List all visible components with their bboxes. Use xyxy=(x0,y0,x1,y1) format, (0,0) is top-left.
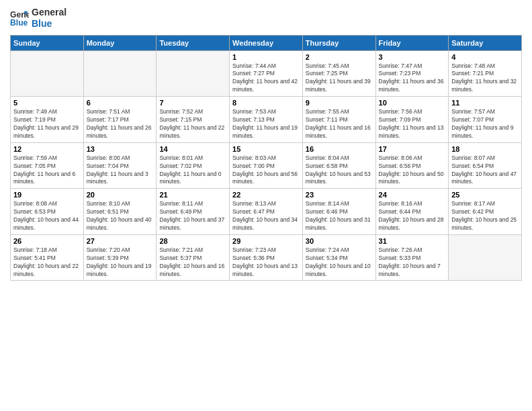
table-row: 15Sunrise: 8:03 AMSunset: 7:00 PMDayligh… xyxy=(230,142,303,189)
day-info: Sunrise: 7:21 AMSunset: 5:37 PMDaylight:… xyxy=(159,246,226,279)
day-info: Sunrise: 7:23 AMSunset: 5:36 PMDaylight:… xyxy=(232,246,300,279)
calendar-page: General Blue General Blue SundayMondayTu… xyxy=(0,0,532,411)
day-info: Sunrise: 8:16 AMSunset: 6:44 PMDaylight:… xyxy=(379,200,446,232)
day-info: Sunrise: 7:26 AMSunset: 5:33 PMDaylight:… xyxy=(379,246,446,279)
day-info: Sunrise: 8:10 AMSunset: 6:51 PMDaylight:… xyxy=(87,200,154,232)
day-number: 24 xyxy=(379,191,446,199)
day-number: 6 xyxy=(87,99,154,107)
weekday-tuesday: Tuesday xyxy=(157,35,230,50)
day-number: 31 xyxy=(379,237,446,245)
svg-text:Blue: Blue xyxy=(10,18,28,28)
table-row: 9Sunrise: 7:55 AMSunset: 7:11 PMDaylight… xyxy=(302,97,375,143)
table-row xyxy=(449,234,522,281)
header: General Blue General Blue xyxy=(10,7,522,30)
day-number: 19 xyxy=(13,191,81,199)
day-number: 23 xyxy=(306,191,373,199)
day-number: 3 xyxy=(379,53,446,61)
day-number: 13 xyxy=(87,145,154,153)
day-info: Sunrise: 7:18 AMSunset: 5:41 PMDaylight:… xyxy=(13,246,81,279)
day-info: Sunrise: 8:01 AMSunset: 7:02 PMDaylight:… xyxy=(159,154,226,187)
weekday-saturday: Saturday xyxy=(449,35,522,50)
table-row: 29Sunrise: 7:23 AMSunset: 5:36 PMDayligh… xyxy=(230,234,303,281)
day-info: Sunrise: 7:44 AMSunset: 7:27 PMDaylight:… xyxy=(232,62,300,95)
day-info: Sunrise: 8:00 AMSunset: 7:04 PMDaylight:… xyxy=(87,154,154,187)
table-row: 11Sunrise: 7:57 AMSunset: 7:07 PMDayligh… xyxy=(449,97,522,143)
table-row: 25Sunrise: 8:17 AMSunset: 6:42 PMDayligh… xyxy=(449,189,522,235)
logo-blue: Blue xyxy=(32,18,66,30)
day-info: Sunrise: 7:59 AMSunset: 7:05 PMDaylight:… xyxy=(13,154,81,187)
day-number: 25 xyxy=(451,191,519,199)
week-row-2: 5Sunrise: 7:49 AMSunset: 7:19 PMDaylight… xyxy=(11,97,522,143)
day-number: 28 xyxy=(159,237,226,245)
day-info: Sunrise: 8:08 AMSunset: 6:53 PMDaylight:… xyxy=(13,200,81,232)
calendar-table: SundayMondayTuesdayWednesdayThursdayFrid… xyxy=(10,35,522,281)
day-info: Sunrise: 8:13 AMSunset: 6:47 PMDaylight:… xyxy=(232,200,300,232)
day-number: 20 xyxy=(87,191,154,199)
table-row: 16Sunrise: 8:04 AMSunset: 6:58 PMDayligh… xyxy=(302,142,375,189)
day-number: 29 xyxy=(232,237,300,245)
table-row: 31Sunrise: 7:26 AMSunset: 5:33 PMDayligh… xyxy=(375,234,449,281)
day-info: Sunrise: 7:52 AMSunset: 7:15 PMDaylight:… xyxy=(159,108,226,140)
table-row: 18Sunrise: 8:07 AMSunset: 6:54 PMDayligh… xyxy=(449,142,522,189)
day-number: 17 xyxy=(379,145,446,153)
logo-general: General xyxy=(32,7,66,18)
table-row: 10Sunrise: 7:56 AMSunset: 7:09 PMDayligh… xyxy=(375,97,449,143)
table-row: 3Sunrise: 7:47 AMSunset: 7:23 PMDaylight… xyxy=(375,50,449,97)
day-number: 9 xyxy=(306,99,373,107)
weekday-wednesday: Wednesday xyxy=(230,35,303,50)
week-row-4: 19Sunrise: 8:08 AMSunset: 6:53 PMDayligh… xyxy=(11,189,522,235)
day-info: Sunrise: 7:49 AMSunset: 7:19 PMDaylight:… xyxy=(13,108,81,140)
table-row xyxy=(11,50,84,97)
day-info: Sunrise: 8:04 AMSunset: 6:58 PMDaylight:… xyxy=(306,154,373,187)
table-row: 12Sunrise: 7:59 AMSunset: 7:05 PMDayligh… xyxy=(11,142,84,189)
table-row xyxy=(157,50,230,97)
day-number: 18 xyxy=(451,145,519,153)
table-row: 20Sunrise: 8:10 AMSunset: 6:51 PMDayligh… xyxy=(83,189,157,235)
calendar-header-row: SundayMondayTuesdayWednesdayThursdayFrid… xyxy=(11,35,522,50)
day-info: Sunrise: 7:57 AMSunset: 7:07 PMDaylight:… xyxy=(451,108,519,140)
day-number: 4 xyxy=(451,53,519,61)
day-info: Sunrise: 8:17 AMSunset: 6:42 PMDaylight:… xyxy=(451,200,519,232)
day-number: 2 xyxy=(306,53,373,61)
table-row: 24Sunrise: 8:16 AMSunset: 6:44 PMDayligh… xyxy=(375,189,449,235)
table-row: 27Sunrise: 7:20 AMSunset: 5:39 PMDayligh… xyxy=(83,234,157,281)
table-row xyxy=(83,50,157,97)
table-row: 4Sunrise: 7:48 AMSunset: 7:21 PMDaylight… xyxy=(449,50,522,97)
day-info: Sunrise: 7:45 AMSunset: 7:25 PMDaylight:… xyxy=(306,62,373,95)
day-number: 15 xyxy=(232,145,300,153)
day-info: Sunrise: 8:07 AMSunset: 6:54 PMDaylight:… xyxy=(451,154,519,187)
table-row: 1Sunrise: 7:44 AMSunset: 7:27 PMDaylight… xyxy=(230,50,303,97)
table-row: 2Sunrise: 7:45 AMSunset: 7:25 PMDaylight… xyxy=(302,50,375,97)
day-info: Sunrise: 8:03 AMSunset: 7:00 PMDaylight:… xyxy=(232,154,300,187)
table-row: 23Sunrise: 8:14 AMSunset: 6:46 PMDayligh… xyxy=(302,189,375,235)
table-row: 30Sunrise: 7:24 AMSunset: 5:34 PMDayligh… xyxy=(302,234,375,281)
table-row: 8Sunrise: 7:53 AMSunset: 7:13 PMDaylight… xyxy=(230,97,303,143)
day-info: Sunrise: 8:14 AMSunset: 6:46 PMDaylight:… xyxy=(306,200,373,232)
day-number: 11 xyxy=(451,99,519,107)
day-number: 14 xyxy=(159,145,226,153)
day-info: Sunrise: 7:20 AMSunset: 5:39 PMDaylight:… xyxy=(87,246,154,279)
day-number: 22 xyxy=(232,191,300,199)
day-info: Sunrise: 7:47 AMSunset: 7:23 PMDaylight:… xyxy=(379,62,446,95)
day-info: Sunrise: 7:48 AMSunset: 7:21 PMDaylight:… xyxy=(451,62,519,95)
day-number: 16 xyxy=(306,145,373,153)
table-row: 26Sunrise: 7:18 AMSunset: 5:41 PMDayligh… xyxy=(11,234,84,281)
table-row: 13Sunrise: 8:00 AMSunset: 7:04 PMDayligh… xyxy=(83,142,157,189)
table-row: 6Sunrise: 7:51 AMSunset: 7:17 PMDaylight… xyxy=(83,97,157,143)
day-info: Sunrise: 8:11 AMSunset: 6:49 PMDaylight:… xyxy=(159,200,226,232)
day-info: Sunrise: 7:51 AMSunset: 7:17 PMDaylight:… xyxy=(87,108,154,140)
weekday-thursday: Thursday xyxy=(302,35,375,50)
table-row: 22Sunrise: 8:13 AMSunset: 6:47 PMDayligh… xyxy=(230,189,303,235)
day-number: 27 xyxy=(87,237,154,245)
day-number: 5 xyxy=(13,99,81,107)
day-number: 8 xyxy=(232,99,300,107)
weekday-sunday: Sunday xyxy=(11,35,84,50)
weekday-friday: Friday xyxy=(375,35,449,50)
table-row: 5Sunrise: 7:49 AMSunset: 7:19 PMDaylight… xyxy=(11,97,84,143)
day-number: 7 xyxy=(159,99,226,107)
week-row-5: 26Sunrise: 7:18 AMSunset: 5:41 PMDayligh… xyxy=(11,234,522,281)
table-row: 19Sunrise: 8:08 AMSunset: 6:53 PMDayligh… xyxy=(11,189,84,235)
week-row-1: 1Sunrise: 7:44 AMSunset: 7:27 PMDaylight… xyxy=(11,50,522,97)
day-number: 21 xyxy=(159,191,226,199)
day-number: 30 xyxy=(306,237,373,245)
